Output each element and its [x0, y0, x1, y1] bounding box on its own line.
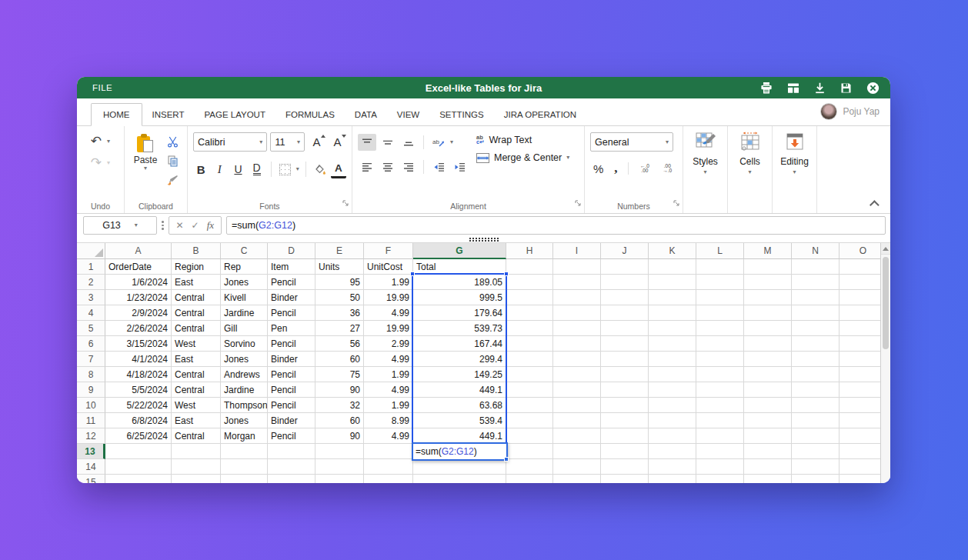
align-middle-button[interactable]	[379, 134, 397, 151]
cell-C14[interactable]	[221, 459, 268, 475]
cell-I6[interactable]	[553, 336, 601, 352]
cell-E13[interactable]	[315, 444, 364, 459]
column-header-O[interactable]: O	[839, 243, 880, 259]
cell-M12[interactable]	[744, 428, 792, 444]
panels-icon[interactable]	[787, 82, 799, 94]
cell-D9[interactable]: Pencil	[268, 382, 315, 398]
cell-C15[interactable]	[221, 475, 268, 483]
cell-J5[interactable]	[601, 321, 649, 336]
cell-N10[interactable]	[792, 398, 839, 413]
cell-E12[interactable]: 90	[315, 428, 364, 444]
row-header-1[interactable]: 1	[77, 259, 105, 275]
borders-button[interactable]	[278, 160, 293, 178]
bold-button[interactable]: B	[193, 160, 209, 178]
cell-M4[interactable]	[744, 305, 792, 321]
cell-O1[interactable]	[839, 259, 880, 275]
cell-B3[interactable]: Central	[172, 290, 221, 305]
cell-K7[interactable]	[649, 352, 696, 367]
cell-A15[interactable]	[105, 475, 172, 483]
number-format-select[interactable]: General▾	[590, 132, 673, 152]
cell-C2[interactable]: Jones	[221, 275, 268, 290]
cell-N13[interactable]	[792, 444, 839, 459]
column-header-J[interactable]: J	[601, 243, 649, 259]
cell-L1[interactable]	[696, 259, 744, 275]
cell-N1[interactable]	[792, 259, 839, 275]
tab-page-layout[interactable]: PAGE LAYOUT	[194, 104, 275, 125]
cell-E4[interactable]: 36	[315, 305, 364, 321]
alignment-dialog-launcher[interactable]	[575, 196, 582, 210]
cell-H8[interactable]	[506, 367, 553, 382]
cell-C1[interactable]: Rep	[221, 259, 268, 275]
cell-M1[interactable]	[744, 259, 792, 275]
cell-N7[interactable]	[792, 352, 839, 367]
cell-F12[interactable]: 4.99	[364, 428, 413, 444]
cell-L10[interactable]	[696, 398, 744, 413]
cell-G8[interactable]: 149.25	[413, 367, 506, 382]
cell-M13[interactable]	[744, 444, 792, 459]
cell-E8[interactable]: 75	[315, 367, 364, 382]
tab-view[interactable]: VIEW	[387, 104, 429, 125]
cell-G3[interactable]: 999.5	[413, 290, 506, 305]
cell-F8[interactable]: 1.99	[364, 367, 413, 382]
cell-C3[interactable]: Kivell	[221, 290, 268, 305]
cell-D6[interactable]: Pencil	[268, 336, 315, 352]
confirm-formula-button[interactable]: ✓	[192, 220, 199, 231]
cell-A2[interactable]: 1/6/2024	[105, 275, 172, 290]
merge-center-button[interactable]: Merge & Center ▾	[476, 152, 569, 163]
editing-menu-button[interactable]: Editing ▾	[773, 126, 817, 213]
cell-C13[interactable]	[221, 444, 268, 459]
cell-H5[interactable]	[506, 321, 553, 336]
cut-button[interactable]	[164, 134, 181, 149]
cell-L5[interactable]	[696, 321, 744, 336]
cell-K15[interactable]	[649, 475, 696, 483]
cell-I10[interactable]	[553, 398, 601, 413]
cells-menu-button[interactable]: Cells ▾	[728, 126, 773, 213]
cell-A3[interactable]: 1/23/2024	[105, 290, 172, 305]
tab-insert[interactable]: INSERT	[142, 104, 195, 125]
cell-N4[interactable]	[792, 305, 839, 321]
cell-F6[interactable]: 2.99	[364, 336, 413, 352]
cell-A5[interactable]: 2/26/2024	[105, 321, 172, 336]
double-underline-button[interactable]: D	[249, 160, 265, 178]
cell-F13[interactable]	[364, 444, 413, 459]
cell-C5[interactable]: Gill	[221, 321, 268, 336]
cell-H2[interactable]	[506, 275, 553, 290]
cell-D4[interactable]: Pencil	[268, 305, 315, 321]
cell-J3[interactable]	[601, 290, 649, 305]
column-header-B[interactable]: B	[172, 243, 221, 259]
undo-button[interactable]: ↶	[91, 135, 102, 148]
cell-E1[interactable]: Units	[315, 259, 364, 275]
cell-B5[interactable]: Central	[172, 321, 221, 336]
cell-G4[interactable]: 179.64	[413, 305, 506, 321]
column-header-E[interactable]: E	[315, 243, 364, 259]
cell-L13[interactable]	[696, 444, 744, 459]
cell-G12[interactable]: 449.1	[413, 428, 506, 444]
column-header-M[interactable]: M	[744, 243, 792, 259]
cell-B9[interactable]: Central	[172, 382, 221, 398]
cell-D8[interactable]: Pencil	[268, 367, 315, 382]
align-left-button[interactable]	[358, 158, 376, 175]
row-header-10[interactable]: 10	[77, 398, 105, 413]
cell-M14[interactable]	[744, 459, 792, 475]
cell-B10[interactable]: West	[172, 398, 221, 413]
cell-L2[interactable]	[696, 275, 744, 290]
cell-O3[interactable]	[839, 290, 880, 305]
cell-G1[interactable]: Total	[413, 259, 506, 275]
cell-E6[interactable]: 56	[315, 336, 364, 352]
cell-J7[interactable]	[601, 352, 649, 367]
orientation-dropdown-caret[interactable]: ▾	[450, 139, 453, 145]
cell-N12[interactable]	[792, 428, 839, 444]
cell-K6[interactable]	[649, 336, 696, 352]
italic-button[interactable]: I	[212, 160, 227, 178]
cell-C6[interactable]: Sorvino	[221, 336, 268, 352]
fill-color-button[interactable]	[312, 160, 328, 178]
cell-J13[interactable]	[601, 444, 649, 459]
decrease-indent-button[interactable]	[429, 158, 448, 175]
row-header-11[interactable]: 11	[77, 413, 105, 428]
cell-M11[interactable]	[744, 413, 792, 428]
cell-F3[interactable]: 19.99	[364, 290, 413, 305]
cell-D11[interactable]: Binder	[268, 413, 315, 428]
redo-button[interactable]: ↷	[91, 157, 102, 169]
cell-H4[interactable]	[506, 305, 553, 321]
cell-F9[interactable]: 4.99	[364, 382, 413, 398]
